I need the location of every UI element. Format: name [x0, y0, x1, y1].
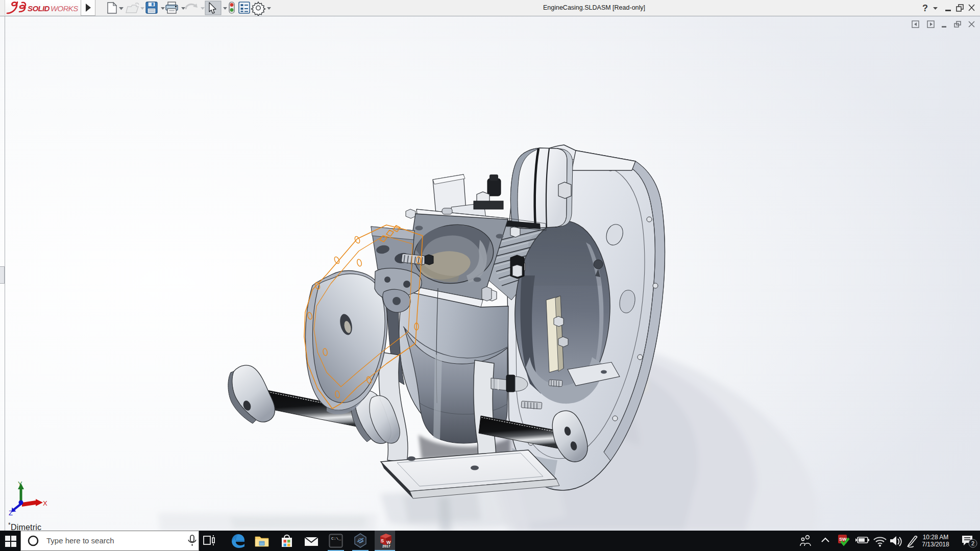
svg-text:2: 2: [971, 540, 974, 546]
svg-text:S: S: [381, 538, 384, 543]
svg-text:Z: Z: [9, 509, 13, 517]
svg-text:2017: 2017: [382, 544, 390, 548]
svg-text:C:\_: C:\_: [331, 536, 341, 541]
svg-text:X: X: [43, 499, 47, 507]
